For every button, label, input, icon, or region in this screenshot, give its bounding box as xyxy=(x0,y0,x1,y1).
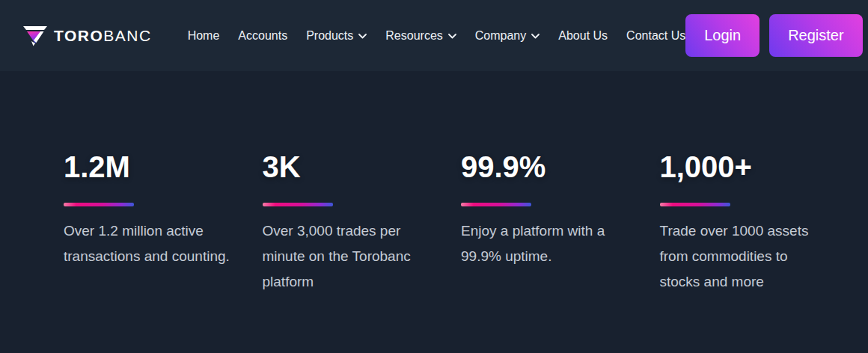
stat-value: 3K xyxy=(263,152,438,182)
stat-accent-bar xyxy=(263,203,333,206)
brand-name-light: BANC xyxy=(103,27,151,44)
chevron-down-icon xyxy=(531,34,540,39)
nav-item-about-us[interactable]: About Us xyxy=(558,29,608,43)
nav-item-company[interactable]: Company xyxy=(475,29,540,43)
chevron-down-icon xyxy=(448,34,456,39)
chevron-down-icon xyxy=(358,34,367,39)
nav-item-products[interactable]: Products xyxy=(306,29,367,43)
stat-card-transactions: 1.2M Over 1.2 million active transaction… xyxy=(64,152,239,295)
stat-accent-bar xyxy=(64,203,134,206)
stat-value: 99.9% xyxy=(461,152,636,182)
stat-description: Trade over 1000 assets from commodities … xyxy=(660,218,831,295)
stat-description: Over 1.2 million active transactions and… xyxy=(64,218,234,269)
nav-item-home[interactable]: Home xyxy=(188,29,220,43)
stat-description: Over 3,000 trades per minute on the Toro… xyxy=(263,218,433,295)
brand-name: TOROBANC xyxy=(54,27,152,45)
nav-item-resources[interactable]: Resources xyxy=(385,29,456,43)
stat-accent-bar xyxy=(660,203,730,206)
nav-item-label: Company xyxy=(475,29,526,43)
striped-triangle-logo-icon xyxy=(22,24,48,48)
stat-card-uptime: 99.9% Enjoy a platform with a 99.9% upti… xyxy=(461,152,636,295)
stats-section: 1.2M Over 1.2 million active transaction… xyxy=(0,71,868,295)
nav-item-label: About Us xyxy=(558,29,608,43)
stat-card-trades: 3K Over 3,000 trades per minute on the T… xyxy=(263,152,438,295)
stat-value: 1,000+ xyxy=(660,152,835,182)
login-button[interactable]: Login xyxy=(685,14,760,57)
nav-item-label: Home xyxy=(188,29,220,43)
nav-item-label: Products xyxy=(306,29,353,43)
header: TOROBANC Home Accounts Products Resource… xyxy=(0,0,868,71)
stat-value: 1.2M xyxy=(64,152,239,182)
brand-logo[interactable]: TOROBANC xyxy=(22,24,152,48)
nav-item-label: Contact Us xyxy=(626,29,685,43)
stat-description: Enjoy a platform with a 99.9% uptime. xyxy=(461,218,632,269)
nav-item-label: Accounts xyxy=(238,29,287,43)
auth-buttons: Login Register xyxy=(685,14,862,57)
stat-accent-bar xyxy=(461,203,531,206)
brand-name-bold: TORO xyxy=(54,27,103,44)
stat-card-assets: 1,000+ Trade over 1000 assets from commo… xyxy=(660,152,835,295)
nav-item-contact-us[interactable]: Contact Us xyxy=(626,29,685,43)
nav-item-accounts[interactable]: Accounts xyxy=(238,29,287,43)
nav-item-label: Resources xyxy=(385,29,442,43)
register-button[interactable]: Register xyxy=(769,14,862,57)
main-nav: Home Accounts Products Resources Company… xyxy=(188,29,686,43)
